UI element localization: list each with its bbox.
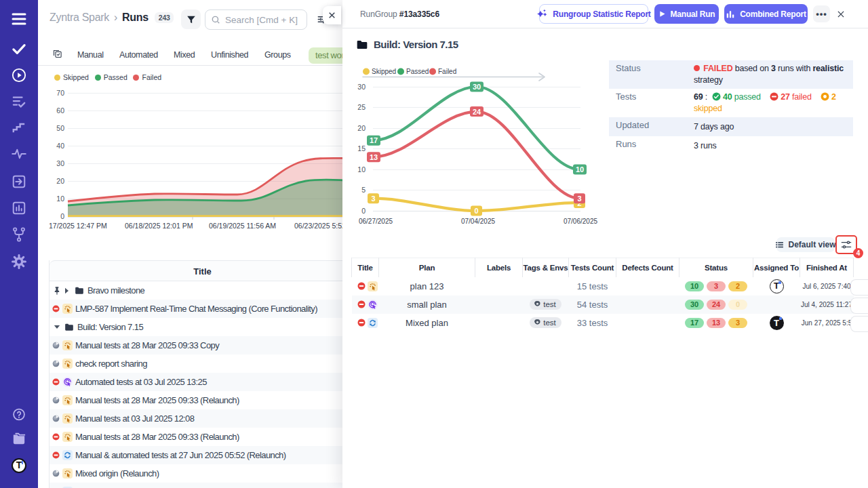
svg-text:40: 40 [56,142,64,150]
svg-text:10: 10 [576,165,584,174]
svg-text:Skipped: Skipped [372,68,396,75]
svg-text:0: 0 [474,207,478,215]
svg-text:0: 0 [361,207,366,215]
svg-text:07/04/2025: 07/04/2025 [461,218,495,225]
svg-text:30: 30 [473,83,481,91]
svg-text:06/18/2025 12:01 PM: 06/18/2025 12:01 PM [125,222,193,230]
svg-text:5: 5 [361,186,366,194]
svg-text:3: 3 [371,195,375,203]
svg-text:50: 50 [56,124,64,132]
svg-text:70: 70 [56,89,64,97]
svg-text:3: 3 [577,195,581,203]
svg-text:60: 60 [56,106,64,115]
svg-text:17: 17 [370,136,378,144]
svg-text:30: 30 [357,83,366,91]
svg-text:17/2025 12:47 PM: 17/2025 12:47 PM [49,222,107,230]
svg-text:06/27/2025: 06/27/2025 [359,218,393,225]
svg-text:10: 10 [56,195,64,203]
svg-text:15: 15 [357,144,366,152]
svg-text:06/19/2025 11:56 AM: 06/19/2025 11:56 AM [209,222,276,230]
svg-text:20: 20 [357,124,366,132]
svg-text:30: 30 [56,159,64,167]
svg-text:Failed: Failed [438,68,456,75]
svg-text:24: 24 [473,108,481,116]
svg-text:Passed: Passed [406,68,429,75]
svg-text:0: 0 [60,212,64,220]
svg-text:10: 10 [357,165,366,174]
svg-text:13: 13 [370,153,378,161]
svg-text:25: 25 [357,103,366,111]
svg-text:06/23/2025 5:52 PM: 06/23/2025 5:52 PM [294,222,350,230]
svg-text:07/06/2025: 07/06/2025 [564,218,597,225]
svg-text:20: 20 [56,177,64,185]
